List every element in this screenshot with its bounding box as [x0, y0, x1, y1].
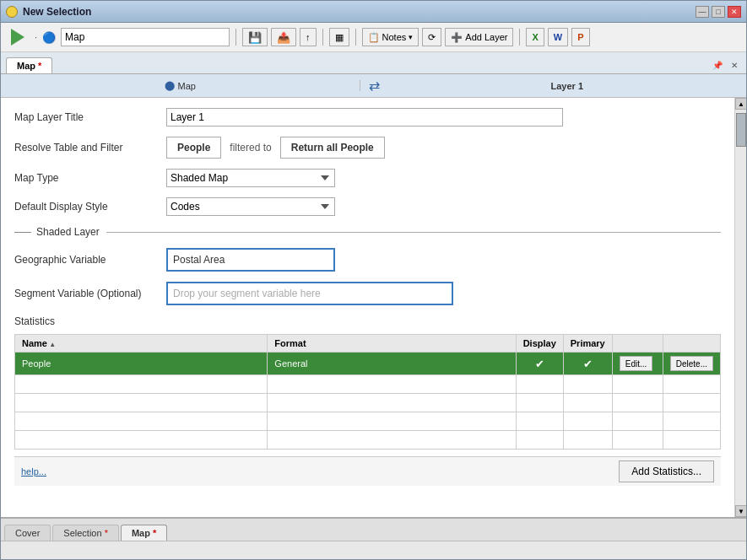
toolbar-sep-2 [322, 29, 323, 46]
row-display-check[interactable]: ✔ [516, 353, 563, 375]
shaded-layer-section: Shaded Layer [14, 226, 721, 238]
swap-button[interactable]: ⇄ [360, 78, 388, 94]
title-bar-buttons: — □ ✕ [696, 6, 741, 18]
empty-cell-3d [563, 412, 612, 431]
col-name[interactable]: Name [15, 335, 268, 353]
close-tab-button[interactable]: ✕ [728, 61, 741, 70]
window-icon [6, 6, 18, 18]
empty-cell-2e [612, 394, 663, 412]
tab-cover[interactable]: Cover [4, 525, 51, 541]
col-edit [612, 335, 663, 353]
add-statistics-button[interactable]: Add Statistics... [619, 460, 714, 482]
geo-variable-input[interactable]: Postal Area [166, 248, 335, 272]
map-tab-label: Map [17, 61, 35, 71]
powerpoint-button[interactable]: P [571, 28, 589, 46]
empty-cell-1d [563, 375, 612, 394]
swap-icon: ⇄ [369, 78, 380, 93]
layer-title-input[interactable] [166, 108, 563, 127]
add-layer-label: Add Layer [465, 32, 507, 42]
notes-button[interactable]: 📋 Notes ▾ [362, 28, 420, 46]
map-doc-tab[interactable]: Map * [6, 57, 52, 73]
display-check-icon: ✔ [535, 358, 544, 370]
save-icon: 💾 [248, 31, 262, 44]
empty-cell-4e [612, 431, 663, 450]
row-primary-check[interactable]: ✔ [563, 353, 612, 375]
notes-arrow-icon: ▾ [409, 33, 413, 41]
scroll-thumb[interactable] [736, 113, 746, 147]
content-panel: Map Layer Title Resolve Table and Filter… [1, 98, 734, 517]
empty-cell-2c [516, 394, 563, 412]
toolbar-sep-1 [235, 29, 236, 46]
map-header-left: ⬤ Map [1, 80, 360, 91]
empty-cell-4b [268, 431, 516, 450]
scrollbar: ▲ ▼ [734, 98, 746, 517]
toolbar-sep-4 [519, 29, 520, 46]
window-title: New Selection [23, 6, 91, 18]
map-type-label: Map Type [14, 172, 166, 184]
section-dash [14, 232, 31, 233]
scroll-track[interactable] [735, 110, 746, 505]
row-name: People [15, 353, 268, 375]
table-row[interactable]: People General ✔ ✔ Edit... Delete... [15, 353, 721, 375]
statistics-label: Statistics [14, 315, 721, 327]
layer-title-label: Map Layer Title [14, 111, 166, 123]
tab-selection[interactable]: Selection * [52, 525, 119, 541]
add-layer-button[interactable]: ➕ Add Layer [445, 28, 513, 46]
map-layer-header: ⬤ Map ⇄ Layer 1 [1, 74, 746, 98]
up-button[interactable]: ↑ [300, 28, 317, 46]
notes-label: Notes [382, 32, 407, 42]
empty-cell-1c [516, 375, 563, 394]
restore-button[interactable]: □ [712, 6, 725, 18]
tab-map-modified: * [153, 528, 156, 538]
word-icon: W [554, 32, 562, 42]
doc-tab-bar: Map * 📌 ✕ [1, 52, 746, 74]
row-delete-cell: Delete... [663, 353, 720, 375]
map-type-row: Map Type Shaded Map Bubble Map Dot Map P… [14, 169, 721, 187]
seg-variable-label: Segment Variable (Optional) [14, 288, 166, 299]
people-button[interactable]: People [166, 137, 221, 159]
empty-cell-3a [15, 412, 268, 431]
copy-button[interactable]: ⟳ [422, 28, 441, 46]
tab-map[interactable]: Map * [121, 525, 167, 541]
shaded-layer-title: Shaded Layer [36, 226, 100, 238]
pin-tab-button[interactable]: 📌 [711, 61, 724, 70]
save-as-button[interactable]: 📤 [271, 28, 296, 46]
statistics-table: Name Format Display Primary People Gener… [14, 334, 721, 450]
empty-cell-3c [516, 412, 563, 431]
delete-button[interactable]: Delete... [670, 356, 713, 371]
resolve-row: Resolve Table and Filter People filtered… [14, 137, 721, 159]
return-all-people-button[interactable]: Return all People [280, 137, 385, 159]
scroll-down-button[interactable]: ▼ [735, 505, 746, 517]
display-style-select[interactable]: Codes Names Both [166, 197, 335, 216]
main-area: Map Layer Title Resolve Table and Filter… [1, 98, 746, 517]
display-style-row: Default Display Style Codes Names Both [14, 197, 721, 216]
excel-button[interactable]: X [526, 28, 544, 46]
notes-icon: 📋 [368, 32, 380, 43]
tab-actions: 📌 ✕ [711, 61, 741, 73]
help-link[interactable]: help... [21, 466, 46, 477]
table-button[interactable]: ▦ [329, 28, 349, 46]
table-empty-row-4 [15, 431, 721, 450]
play-button[interactable] [6, 25, 30, 49]
close-button[interactable]: ✕ [728, 6, 741, 18]
ppt-icon: P [577, 32, 583, 42]
edit-button[interactable]: Edit... [620, 356, 653, 371]
empty-cell-4f [663, 431, 720, 450]
map-name-input[interactable] [61, 28, 230, 46]
primary-check-icon: ✔ [583, 358, 593, 370]
tab-selection-modified: * [105, 528, 108, 538]
map-tab-modified: * [38, 61, 41, 71]
title-bar-left: New Selection [6, 6, 91, 18]
minimize-button[interactable]: — [696, 6, 709, 18]
save-button[interactable]: 💾 [242, 28, 268, 46]
location-icon: 🔵 [42, 31, 56, 44]
map-header-right: Layer 1 [388, 81, 747, 91]
toolbar-separator-dot: · [35, 32, 37, 42]
geo-variable-label: Geographic Variable [14, 254, 166, 266]
seg-variable-input[interactable]: Drop your segment variable here [166, 282, 453, 305]
scroll-up-button[interactable]: ▲ [735, 98, 746, 110]
word-button[interactable]: W [548, 28, 568, 46]
geo-variable-value: Postal Area [173, 254, 225, 266]
map-type-select[interactable]: Shaded Map Bubble Map Dot Map Pin Map [166, 169, 335, 187]
save-as-icon: 📤 [277, 31, 290, 44]
